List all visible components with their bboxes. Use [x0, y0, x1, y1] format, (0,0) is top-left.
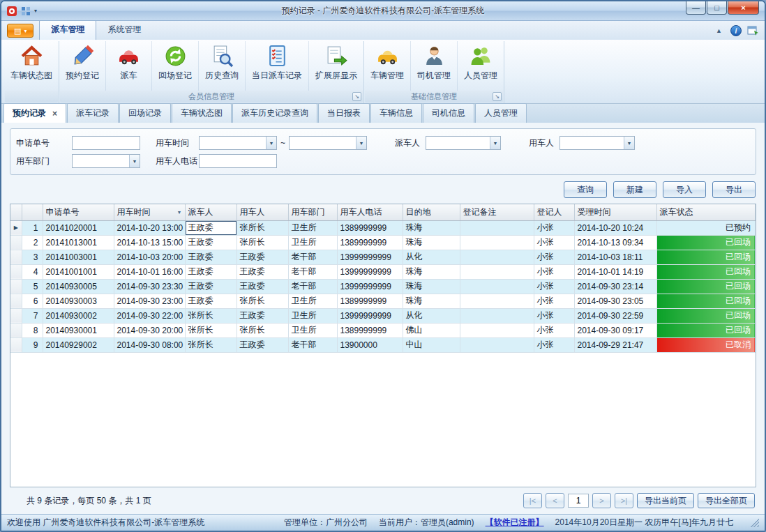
cell-apply-no[interactable]: 20141001001 — [43, 264, 114, 279]
cell-phone[interactable]: 1389999999 — [337, 220, 403, 235]
next-page-button[interactable]: > — [592, 493, 611, 508]
combo-arrow-icon[interactable]: ▼ — [490, 137, 500, 149]
cell-apply-no[interactable]: 20140930003 — [43, 294, 114, 308]
cell-accept-time[interactable]: 2014-09-30 22:59 — [574, 308, 656, 323]
cell-apply-no[interactable]: 20141013001 — [43, 235, 114, 250]
close-button[interactable]: × — [728, 1, 759, 15]
ribbon-tab[interactable]: 派车管理 — [39, 20, 96, 40]
cell-user[interactable]: 王政委 — [236, 308, 288, 323]
cell-registrar[interactable]: 小张 — [534, 294, 574, 308]
cell-use-time[interactable]: 2014-10-01 16:00 — [114, 264, 185, 279]
cell-use-time[interactable]: 2014-10-03 20:00 — [114, 250, 185, 264]
cell-phone[interactable]: 13999999999 — [337, 264, 403, 279]
cell-destination[interactable]: 中山 — [403, 337, 460, 352]
table-row[interactable]: 2 20141013001 2014-10-13 15:00 王政委 张所长 卫… — [10, 235, 756, 250]
cell-remark[interactable] — [460, 323, 534, 337]
cell-apply-no[interactable]: 20140929002 — [43, 337, 114, 352]
registered-link[interactable]: 【软件已注册】 — [486, 517, 544, 529]
application-menu-button[interactable]: ▤ ▾ — [7, 24, 33, 38]
cell-apply-no[interactable]: 20141003001 — [43, 250, 114, 264]
first-page-button[interactable]: |< — [523, 493, 542, 508]
header-status[interactable]: 派车状态 — [656, 204, 756, 220]
import-button[interactable]: 导入 — [663, 181, 706, 198]
cell-accept-time[interactable]: 2014-10-20 10:24 — [574, 220, 656, 235]
cell-dispatcher[interactable]: 张所长 — [185, 323, 236, 337]
cell-registrar[interactable]: 小张 — [534, 264, 574, 279]
cell-status[interactable]: 已回场 — [656, 250, 756, 264]
cell-destination[interactable]: 珠海 — [403, 279, 460, 294]
layout-grid-icon[interactable] — [20, 6, 31, 17]
cell-remark[interactable] — [460, 250, 534, 264]
table-row[interactable]: 7 20140930002 2014-09-30 22:00 张所长 王政委 卫… — [10, 308, 756, 323]
cell-phone[interactable]: 13999999999 — [337, 250, 403, 264]
use-time-to-combo[interactable]: ▼ — [289, 136, 367, 150]
cell-dept[interactable]: 卫生所 — [288, 323, 337, 337]
cell-remark[interactable] — [460, 264, 534, 279]
cell-destination[interactable]: 珠海 — [403, 220, 460, 235]
cell-remark[interactable] — [460, 279, 534, 294]
cell-destination[interactable]: 珠海 — [403, 294, 460, 308]
cell-dept[interactable]: 老干部 — [288, 264, 337, 279]
document-tab[interactable]: 派车记录 — [67, 103, 119, 123]
cell-destination[interactable]: 从化 — [403, 308, 460, 323]
cell-apply-no[interactable]: 20141020001 — [43, 220, 114, 235]
document-tab[interactable]: 派车历史记录查询 — [232, 103, 317, 123]
cell-user[interactable]: 张所长 — [236, 294, 288, 308]
cell-status[interactable]: 已回场 — [656, 279, 756, 294]
cell-dept[interactable]: 老干部 — [288, 279, 337, 294]
header-dispatcher[interactable]: 派车人 — [185, 204, 236, 220]
ribbon-button[interactable]: 车辆管理 — [364, 41, 411, 91]
ribbon-button[interactable]: 司机管理 — [411, 41, 458, 91]
table-row[interactable]: 5 20140930005 2014-09-30 23:30 王政委 王政委 老… — [10, 279, 756, 294]
resize-grip[interactable] — [750, 518, 759, 527]
cell-registrar[interactable]: 小张 — [534, 337, 574, 352]
last-page-button[interactable]: >| — [615, 493, 633, 508]
cell-apply-no[interactable]: 20140930001 — [43, 323, 114, 337]
cell-dispatcher[interactable]: 王政委 — [185, 250, 236, 264]
cell-apply-no[interactable]: 20140930002 — [43, 308, 114, 323]
prev-page-button[interactable]: < — [546, 493, 564, 508]
cell-use-time[interactable]: 2014-10-20 13:00 — [114, 220, 185, 235]
ribbon-button[interactable]: 人员管理 — [458, 41, 504, 91]
cell-user[interactable]: 王政委 — [236, 250, 288, 264]
page-number-input[interactable] — [568, 494, 589, 508]
table-row[interactable]: 3 20141003001 2014-10-03 20:00 王政委 王政委 老… — [10, 250, 756, 264]
cell-dispatcher[interactable]: 张所长 — [185, 308, 236, 323]
table-row[interactable]: 8 20140930001 2014-09-30 20:00 张所长 张所长 卫… — [10, 323, 756, 337]
cell-destination[interactable]: 从化 — [403, 250, 460, 264]
cell-phone[interactable]: 13900000 — [337, 337, 403, 352]
dispatcher-combo[interactable]: ▼ — [426, 136, 501, 150]
table-row[interactable]: ▶ 1 20141020001 2014-10-20 13:00 王政委 张所长… — [10, 220, 756, 235]
cell-destination[interactable]: 珠海 — [403, 235, 460, 250]
cell-use-time[interactable]: 2014-09-30 23:30 — [114, 279, 185, 294]
ribbon-button[interactable]: 回场登记 — [152, 41, 199, 91]
app-logo-icon[interactable] — [6, 6, 17, 17]
cell-accept-time[interactable]: 2014-09-30 23:14 — [574, 279, 656, 294]
cell-accept-time[interactable]: 2014-09-30 23:05 — [574, 294, 656, 308]
cell-dept[interactable]: 卫生所 — [288, 235, 337, 250]
cell-accept-time[interactable]: 2014-09-29 21:47 — [574, 337, 656, 352]
cell-remark[interactable] — [460, 308, 534, 323]
document-tab[interactable]: 回场记录 — [119, 103, 171, 123]
document-tab[interactable]: 司机信息 — [423, 103, 474, 123]
cell-apply-no[interactable]: 20140930005 — [43, 279, 114, 294]
qat-dropdown-icon[interactable]: ▾ — [34, 8, 37, 14]
cell-phone[interactable]: 1389999999 — [337, 235, 403, 250]
header-destination[interactable]: 目的地 — [403, 204, 460, 220]
export-all-pages-button[interactable]: 导出全部页 — [698, 493, 755, 508]
cell-status[interactable]: 已回场 — [656, 308, 756, 323]
cell-dispatcher[interactable]: 王政委 — [185, 279, 236, 294]
cell-use-time[interactable]: 2014-09-30 23:00 — [114, 294, 185, 308]
tab-close-icon[interactable]: × — [52, 109, 57, 118]
ribbon-button[interactable]: 历史查询 — [199, 41, 246, 91]
header-phone[interactable]: 用车人电话 — [337, 204, 403, 220]
user-combo[interactable]: ▼ — [560, 136, 635, 150]
cell-use-time[interactable]: 2014-09-30 20:00 — [114, 323, 185, 337]
header-accept-time[interactable]: 受理时间 — [574, 204, 656, 220]
cell-destination[interactable]: 佛山 — [403, 323, 460, 337]
combo-arrow-icon[interactable]: ▼ — [266, 137, 276, 149]
cell-remark[interactable] — [460, 337, 534, 352]
cell-phone[interactable]: 1389999999 — [337, 294, 403, 308]
cell-user[interactable]: 张所长 — [236, 323, 288, 337]
cell-registrar[interactable]: 小张 — [534, 250, 574, 264]
